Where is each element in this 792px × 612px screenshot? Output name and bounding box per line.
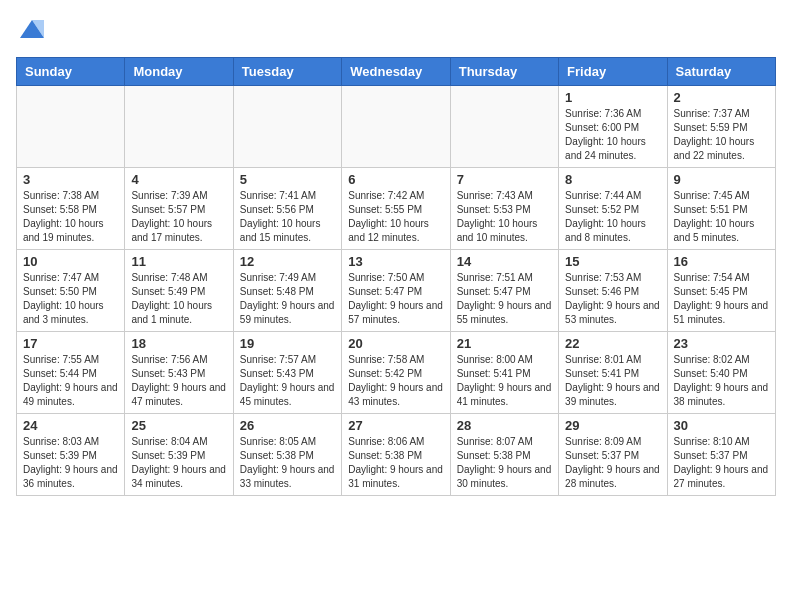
calendar-cell: [125, 86, 233, 168]
day-number: 6: [348, 172, 443, 187]
day-number: 14: [457, 254, 552, 269]
day-info: Sunrise: 8:00 AM Sunset: 5:41 PM Dayligh…: [457, 353, 552, 409]
day-info: Sunrise: 7:49 AM Sunset: 5:48 PM Dayligh…: [240, 271, 335, 327]
day-info: Sunrise: 8:10 AM Sunset: 5:37 PM Dayligh…: [674, 435, 769, 491]
day-number: 22: [565, 336, 660, 351]
day-number: 16: [674, 254, 769, 269]
day-info: Sunrise: 7:51 AM Sunset: 5:47 PM Dayligh…: [457, 271, 552, 327]
day-number: 28: [457, 418, 552, 433]
day-info: Sunrise: 7:48 AM Sunset: 5:49 PM Dayligh…: [131, 271, 226, 327]
calendar-cell: 16Sunrise: 7:54 AM Sunset: 5:45 PM Dayli…: [667, 250, 775, 332]
day-number: 15: [565, 254, 660, 269]
calendar-cell: 9Sunrise: 7:45 AM Sunset: 5:51 PM Daylig…: [667, 168, 775, 250]
day-number: 17: [23, 336, 118, 351]
calendar-cell: 11Sunrise: 7:48 AM Sunset: 5:49 PM Dayli…: [125, 250, 233, 332]
calendar-cell: 13Sunrise: 7:50 AM Sunset: 5:47 PM Dayli…: [342, 250, 450, 332]
day-number: 23: [674, 336, 769, 351]
day-number: 4: [131, 172, 226, 187]
day-number: 12: [240, 254, 335, 269]
day-number: 21: [457, 336, 552, 351]
day-number: 10: [23, 254, 118, 269]
day-number: 30: [674, 418, 769, 433]
weekday-header-monday: Monday: [125, 58, 233, 86]
calendar-cell: 18Sunrise: 7:56 AM Sunset: 5:43 PM Dayli…: [125, 332, 233, 414]
day-number: 24: [23, 418, 118, 433]
calendar-cell: 27Sunrise: 8:06 AM Sunset: 5:38 PM Dayli…: [342, 414, 450, 496]
day-info: Sunrise: 7:55 AM Sunset: 5:44 PM Dayligh…: [23, 353, 118, 409]
weekday-header-friday: Friday: [559, 58, 667, 86]
calendar-cell: 23Sunrise: 8:02 AM Sunset: 5:40 PM Dayli…: [667, 332, 775, 414]
calendar-cell: 12Sunrise: 7:49 AM Sunset: 5:48 PM Dayli…: [233, 250, 341, 332]
calendar-cell: 20Sunrise: 7:58 AM Sunset: 5:42 PM Dayli…: [342, 332, 450, 414]
day-number: 3: [23, 172, 118, 187]
day-info: Sunrise: 7:42 AM Sunset: 5:55 PM Dayligh…: [348, 189, 443, 245]
calendar-cell: 8Sunrise: 7:44 AM Sunset: 5:52 PM Daylig…: [559, 168, 667, 250]
day-number: 1: [565, 90, 660, 105]
calendar-cell: 4Sunrise: 7:39 AM Sunset: 5:57 PM Daylig…: [125, 168, 233, 250]
day-number: 2: [674, 90, 769, 105]
calendar-cell: 21Sunrise: 8:00 AM Sunset: 5:41 PM Dayli…: [450, 332, 558, 414]
weekday-header-thursday: Thursday: [450, 58, 558, 86]
calendar-week-2: 3Sunrise: 7:38 AM Sunset: 5:58 PM Daylig…: [17, 168, 776, 250]
day-number: 8: [565, 172, 660, 187]
weekday-header-sunday: Sunday: [17, 58, 125, 86]
day-info: Sunrise: 7:39 AM Sunset: 5:57 PM Dayligh…: [131, 189, 226, 245]
calendar-cell: 25Sunrise: 8:04 AM Sunset: 5:39 PM Dayli…: [125, 414, 233, 496]
day-number: 13: [348, 254, 443, 269]
weekday-header-wednesday: Wednesday: [342, 58, 450, 86]
day-info: Sunrise: 7:43 AM Sunset: 5:53 PM Dayligh…: [457, 189, 552, 245]
calendar-cell: 14Sunrise: 7:51 AM Sunset: 5:47 PM Dayli…: [450, 250, 558, 332]
day-info: Sunrise: 7:50 AM Sunset: 5:47 PM Dayligh…: [348, 271, 443, 327]
calendar-cell: 7Sunrise: 7:43 AM Sunset: 5:53 PM Daylig…: [450, 168, 558, 250]
calendar-cell: [342, 86, 450, 168]
calendar-cell: 24Sunrise: 8:03 AM Sunset: 5:39 PM Dayli…: [17, 414, 125, 496]
calendar-week-1: 1Sunrise: 7:36 AM Sunset: 6:00 PM Daylig…: [17, 86, 776, 168]
calendar-cell: 29Sunrise: 8:09 AM Sunset: 5:37 PM Dayli…: [559, 414, 667, 496]
day-info: Sunrise: 7:41 AM Sunset: 5:56 PM Dayligh…: [240, 189, 335, 245]
logo: [16, 16, 46, 49]
day-number: 19: [240, 336, 335, 351]
day-number: 20: [348, 336, 443, 351]
day-info: Sunrise: 8:03 AM Sunset: 5:39 PM Dayligh…: [23, 435, 118, 491]
day-info: Sunrise: 7:53 AM Sunset: 5:46 PM Dayligh…: [565, 271, 660, 327]
calendar-week-5: 24Sunrise: 8:03 AM Sunset: 5:39 PM Dayli…: [17, 414, 776, 496]
day-info: Sunrise: 7:37 AM Sunset: 5:59 PM Dayligh…: [674, 107, 769, 163]
day-info: Sunrise: 8:02 AM Sunset: 5:40 PM Dayligh…: [674, 353, 769, 409]
calendar-cell: 26Sunrise: 8:05 AM Sunset: 5:38 PM Dayli…: [233, 414, 341, 496]
day-number: 29: [565, 418, 660, 433]
calendar-cell: 15Sunrise: 7:53 AM Sunset: 5:46 PM Dayli…: [559, 250, 667, 332]
day-info: Sunrise: 8:07 AM Sunset: 5:38 PM Dayligh…: [457, 435, 552, 491]
day-number: 18: [131, 336, 226, 351]
calendar-cell: 1Sunrise: 7:36 AM Sunset: 6:00 PM Daylig…: [559, 86, 667, 168]
calendar-cell: 10Sunrise: 7:47 AM Sunset: 5:50 PM Dayli…: [17, 250, 125, 332]
day-number: 27: [348, 418, 443, 433]
calendar-cell: 19Sunrise: 7:57 AM Sunset: 5:43 PM Dayli…: [233, 332, 341, 414]
calendar-cell: 17Sunrise: 7:55 AM Sunset: 5:44 PM Dayli…: [17, 332, 125, 414]
day-number: 5: [240, 172, 335, 187]
day-info: Sunrise: 7:47 AM Sunset: 5:50 PM Dayligh…: [23, 271, 118, 327]
day-number: 26: [240, 418, 335, 433]
day-info: Sunrise: 7:56 AM Sunset: 5:43 PM Dayligh…: [131, 353, 226, 409]
calendar-cell: 6Sunrise: 7:42 AM Sunset: 5:55 PM Daylig…: [342, 168, 450, 250]
weekday-header-saturday: Saturday: [667, 58, 775, 86]
day-info: Sunrise: 8:05 AM Sunset: 5:38 PM Dayligh…: [240, 435, 335, 491]
weekday-header-tuesday: Tuesday: [233, 58, 341, 86]
day-info: Sunrise: 7:36 AM Sunset: 6:00 PM Dayligh…: [565, 107, 660, 163]
calendar-cell: 30Sunrise: 8:10 AM Sunset: 5:37 PM Dayli…: [667, 414, 775, 496]
day-number: 11: [131, 254, 226, 269]
logo-icon: [18, 16, 46, 44]
weekday-header-row: SundayMondayTuesdayWednesdayThursdayFrid…: [17, 58, 776, 86]
day-info: Sunrise: 7:54 AM Sunset: 5:45 PM Dayligh…: [674, 271, 769, 327]
day-info: Sunrise: 8:09 AM Sunset: 5:37 PM Dayligh…: [565, 435, 660, 491]
day-info: Sunrise: 8:06 AM Sunset: 5:38 PM Dayligh…: [348, 435, 443, 491]
calendar-cell: 22Sunrise: 8:01 AM Sunset: 5:41 PM Dayli…: [559, 332, 667, 414]
day-info: Sunrise: 7:38 AM Sunset: 5:58 PM Dayligh…: [23, 189, 118, 245]
calendar-cell: 2Sunrise: 7:37 AM Sunset: 5:59 PM Daylig…: [667, 86, 775, 168]
calendar-cell: [233, 86, 341, 168]
day-number: 7: [457, 172, 552, 187]
day-info: Sunrise: 7:44 AM Sunset: 5:52 PM Dayligh…: [565, 189, 660, 245]
page-header: [16, 16, 776, 49]
calendar-cell: [17, 86, 125, 168]
day-number: 9: [674, 172, 769, 187]
calendar-week-3: 10Sunrise: 7:47 AM Sunset: 5:50 PM Dayli…: [17, 250, 776, 332]
